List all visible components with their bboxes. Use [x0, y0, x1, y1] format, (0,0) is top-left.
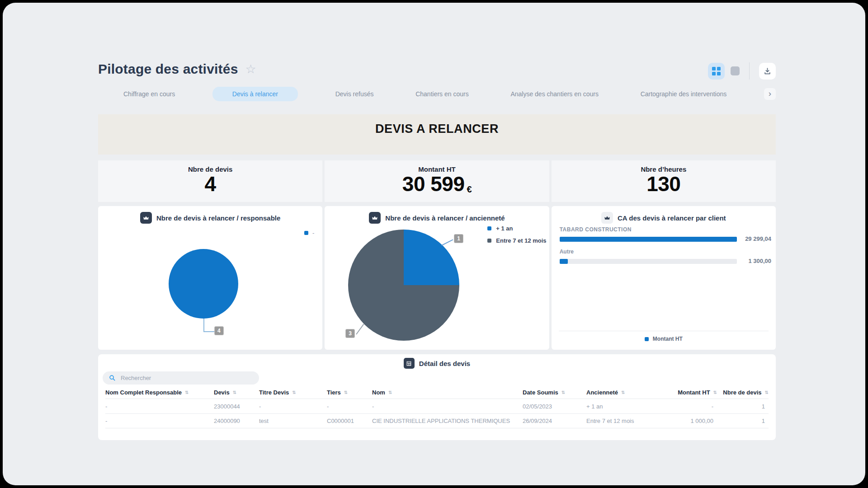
legend-label: Montant HT — [653, 336, 683, 342]
pie-leader-line — [356, 324, 364, 335]
table-row[interactable]: - 24000090 test C0000001 CIE INDUSTRIELL… — [105, 413, 769, 428]
column-header[interactable]: Montant HT⇅ — [665, 389, 717, 396]
cell: C0000001 — [327, 418, 372, 424]
tab-chiffrage-en-cours[interactable]: Chiffrage en cours — [119, 87, 179, 101]
column-header[interactable]: Devis⇅ — [214, 389, 259, 396]
sort-icon[interactable]: ⇅ — [765, 390, 769, 395]
charts-row: Nbre de devis à relancer / responsable -… — [98, 206, 776, 350]
page-title: Pilotage des activités — [98, 61, 238, 77]
sort-icon[interactable]: ⇅ — [388, 390, 392, 395]
sort-icon[interactable]: ⇅ — [713, 390, 717, 395]
kpi-montant-ht: Montant HT 30 599€ — [325, 160, 549, 202]
sort-icon[interactable]: ⇅ — [185, 390, 189, 395]
pie-value-label: 4 — [214, 326, 224, 335]
pie-leader-line — [203, 319, 204, 332]
bar-fill — [560, 259, 568, 264]
bar[interactable] — [560, 237, 737, 242]
sort-icon[interactable]: ⇅ — [621, 390, 625, 395]
cell: - — [327, 403, 372, 410]
chart-legend[interactable]: - — [304, 230, 314, 236]
pie-chart[interactable] — [348, 230, 459, 341]
chart-title: Nbre de devis à relancer / ancienneté — [385, 214, 505, 222]
chart-title: Nbre de devis à relancer / responsable — [156, 214, 280, 222]
legend-swatch — [645, 337, 649, 341]
chart-legend[interactable]: Montant HT — [552, 336, 776, 342]
crown-icon — [140, 212, 152, 224]
cell: - — [105, 403, 214, 410]
sort-icon[interactable]: ⇅ — [233, 390, 236, 395]
sort-icon[interactable]: ⇅ — [292, 390, 296, 395]
bar[interactable] — [560, 259, 737, 264]
crown-icon — [601, 212, 613, 224]
divider — [559, 331, 769, 331]
cell: 02/05/2023 — [523, 403, 586, 410]
page-header: Pilotage des activités ☆ — [98, 61, 256, 77]
bar-value: 1 300,00 — [726, 258, 771, 264]
pie-value-label-gray: 3 — [345, 329, 355, 338]
chart-devis-par-responsable: Nbre de devis à relancer / responsable -… — [98, 206, 322, 350]
bar-value: 29 299,04 — [726, 235, 771, 242]
tab-cartographie-interventions[interactable]: Cartographie des interventions — [636, 87, 731, 101]
section-banner: DEVIS A RELANCER — [98, 114, 776, 155]
chart-title-row: CA des devis à relancer par client — [552, 212, 776, 224]
legend-swatch — [304, 231, 308, 235]
download-button[interactable] — [759, 63, 776, 80]
tab-analyse-chantiers[interactable]: Analyse des chantiers en cours — [506, 87, 603, 101]
grid-icon — [712, 67, 721, 75]
bar-fill — [560, 237, 737, 242]
column-header[interactable]: Nbre de devis⇅ — [717, 389, 769, 396]
table-title-row: Détail des devis — [98, 358, 776, 369]
crown-icon — [369, 212, 381, 224]
kpi-row: Nbre de devis 4 Montant HT 30 599€ Nbre … — [98, 160, 776, 202]
tab-devis-refuses[interactable]: Devis refusés — [331, 87, 378, 101]
detail-table-card: Détail des devis Nom Complet Responsable… — [98, 354, 776, 440]
single-view-button[interactable] — [731, 66, 740, 75]
cell: 1 000,00 — [665, 418, 717, 424]
table-icon — [404, 358, 415, 369]
data-table: Nom Complet Responsable⇅ Devis⇅ Titre De… — [105, 386, 769, 428]
download-icon — [764, 67, 771, 75]
favorite-star-icon[interactable]: ☆ — [245, 63, 256, 75]
sort-icon[interactable]: ⇅ — [344, 390, 348, 395]
tab-devis-a-relancer[interactable]: Devis à relancer — [212, 87, 298, 101]
toolbar — [708, 62, 776, 80]
cell: 23000044 — [214, 403, 259, 410]
column-header[interactable]: Tiers⇅ — [327, 389, 372, 396]
column-header[interactable]: Nom⇅ — [372, 389, 523, 396]
legend-item[interactable]: + 1 an — [487, 225, 546, 232]
tabs-scroll-right-button[interactable]: › — [764, 88, 776, 100]
bar-category-label: Autre — [560, 249, 574, 255]
kpi-amount: 30 599 — [402, 172, 465, 196]
column-header[interactable]: Nom Complet Responsable⇅ — [105, 389, 214, 396]
table-row[interactable]: - 23000044 - - - 02/05/2023 + 1 an - 1 — [105, 399, 769, 413]
search-input[interactable] — [121, 375, 238, 381]
grid-view-button[interactable] — [708, 63, 725, 80]
chart-ca-par-client: CA des devis à relancer par client TABAR… — [552, 206, 776, 350]
kpi-value: 4 — [98, 173, 322, 195]
kpi-nbre-heures: Nbre d’heures 130 — [552, 160, 776, 202]
tab-chantiers-en-cours[interactable]: Chantiers en cours — [411, 87, 473, 101]
legend-swatch — [487, 239, 491, 243]
kpi-value: 130 — [552, 173, 776, 195]
kpi-value: 30 599€ — [325, 173, 549, 195]
legend-label: + 1 an — [496, 225, 513, 232]
chart-title: CA des devis à relancer par client — [618, 214, 726, 222]
cell: - — [105, 418, 214, 424]
chart-title-row: Nbre de devis à relancer / responsable — [98, 212, 322, 224]
cell: 1 — [717, 403, 769, 410]
table-title: Détail des devis — [419, 360, 470, 367]
legend-label: - — [312, 230, 314, 236]
column-header[interactable]: Titre Devis⇅ — [259, 389, 327, 396]
cell: Entre 7 et 12 mois — [586, 418, 665, 424]
pie-slice-full[interactable] — [169, 249, 238, 319]
search-box — [103, 371, 259, 385]
column-header[interactable]: Date Soumis⇅ — [523, 389, 586, 396]
cell: + 1 an — [586, 403, 665, 410]
column-header[interactable]: Ancienneté⇅ — [586, 389, 665, 396]
chart-legend: + 1 an Entre 7 et 12 mois — [487, 225, 546, 244]
chart-title-row: Nbre de devis à relancer / ancienneté — [325, 212, 549, 224]
kpi-currency-unit: € — [467, 185, 472, 194]
legend-item[interactable]: Entre 7 et 12 mois — [487, 237, 546, 244]
sort-icon[interactable]: ⇅ — [561, 390, 565, 395]
cell: - — [259, 403, 327, 410]
